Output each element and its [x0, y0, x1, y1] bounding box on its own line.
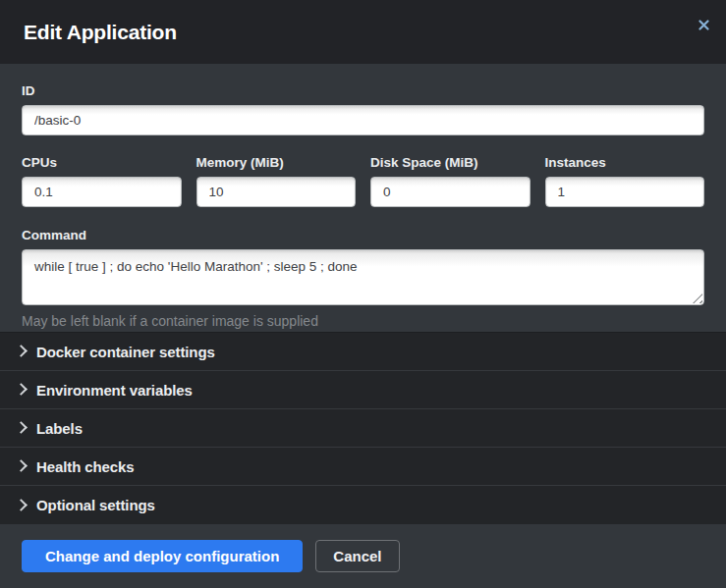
section-health-checks[interactable]: Health checks — [0, 448, 726, 486]
command-textarea-wrap: while [ true ] ; do echo 'Hello Marathon… — [22, 249, 704, 305]
instances-field-group: Instances — [545, 155, 705, 207]
section-docker-container-settings[interactable]: Docker container settings — [0, 333, 726, 371]
change-and-deploy-button[interactable]: Change and deploy configuration — [22, 540, 303, 572]
instances-input[interactable] — [545, 177, 705, 207]
chevron-right-icon — [15, 499, 28, 511]
memory-input[interactable] — [196, 177, 357, 207]
chevron-right-icon — [15, 459, 28, 472]
cancel-button[interactable]: Cancel — [315, 540, 399, 572]
chevron-right-icon — [15, 345, 28, 357]
id-input[interactable] — [22, 105, 704, 135]
application-form: ID CPUs Memory (MiB) Disk Space (MiB) In… — [0, 64, 726, 332]
section-label: Health checks — [36, 458, 135, 475]
modal-title: Edit Application — [24, 21, 177, 44]
command-field-group: Command while [ true ] ; do echo 'Hello … — [22, 228, 704, 329]
section-labels[interactable]: Labels — [0, 409, 726, 448]
section-label: Labels — [36, 420, 83, 437]
command-textarea[interactable]: while [ true ] ; do echo 'Hello Marathon… — [22, 249, 704, 305]
cpus-field-group: CPUs — [22, 155, 182, 207]
cpus-input[interactable] — [22, 177, 182, 207]
chevron-right-icon — [15, 383, 28, 396]
disk-label: Disk Space (MiB) — [370, 155, 531, 170]
instances-label: Instances — [545, 155, 705, 170]
command-help-text: May be left blank if a container image i… — [22, 313, 704, 329]
section-environment-variables[interactable]: Environment variables — [0, 371, 726, 409]
modal-header: Edit Application — [0, 0, 726, 64]
disk-field-group: Disk Space (MiB) — [370, 155, 531, 207]
close-button[interactable] — [693, 14, 714, 35]
section-optional-settings[interactable]: Optional settings — [0, 486, 726, 524]
cpus-label: CPUs — [22, 155, 182, 170]
memory-field-group: Memory (MiB) — [196, 155, 357, 207]
id-field-group: ID — [22, 83, 704, 135]
memory-label: Memory (MiB) — [196, 155, 357, 170]
disk-input[interactable] — [370, 177, 531, 207]
edit-application-modal: Edit Application ID CPUs Memory (MiB) Di… — [0, 0, 726, 588]
section-label: Docker container settings — [36, 344, 215, 360]
section-label: Optional settings — [36, 497, 155, 513]
chevron-right-icon — [15, 421, 28, 434]
command-label: Command — [22, 228, 704, 242]
section-label: Environment variables — [36, 382, 193, 399]
resource-row: CPUs Memory (MiB) Disk Space (MiB) Insta… — [22, 155, 704, 207]
modal-footer: Change and deploy configuration Cancel — [0, 524, 726, 588]
id-label: ID — [22, 83, 704, 98]
close-icon — [698, 20, 709, 30]
settings-accordion: Docker container settings Environment va… — [0, 332, 726, 524]
